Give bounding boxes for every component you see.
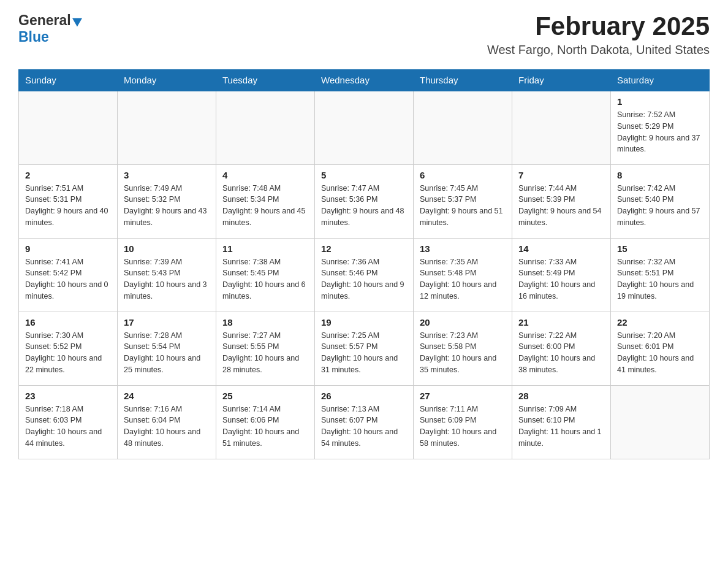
day-number: 28 <box>518 391 604 401</box>
day-info: Sunrise: 7:35 AMSunset: 5:48 PMDaylight:… <box>420 256 506 302</box>
calendar-cell: 15Sunrise: 7:32 AMSunset: 5:51 PMDayligh… <box>611 238 710 312</box>
day-number: 5 <box>321 170 407 180</box>
day-info: Sunrise: 7:18 AMSunset: 6:03 PMDaylight:… <box>25 404 111 450</box>
day-number: 7 <box>518 170 604 180</box>
logo: General Blue <box>18 12 83 45</box>
day-info: Sunrise: 7:48 AMSunset: 5:34 PMDaylight:… <box>222 183 308 229</box>
calendar-cell: 11Sunrise: 7:38 AMSunset: 5:45 PMDayligh… <box>216 238 315 312</box>
calendar-cell: 26Sunrise: 7:13 AMSunset: 6:07 PMDayligh… <box>315 385 414 459</box>
calendar-cell: 14Sunrise: 7:33 AMSunset: 5:49 PMDayligh… <box>512 238 611 312</box>
calendar-cell: 18Sunrise: 7:27 AMSunset: 5:55 PMDayligh… <box>216 312 315 385</box>
day-header-saturday: Saturday <box>611 70 710 91</box>
day-info: Sunrise: 7:52 AMSunset: 5:29 PMDaylight:… <box>617 109 703 155</box>
calendar-cell <box>512 91 611 164</box>
day-number: 27 <box>420 391 506 401</box>
calendar-cell <box>315 91 414 164</box>
day-info: Sunrise: 7:38 AMSunset: 5:45 PMDaylight:… <box>222 256 308 302</box>
day-info: Sunrise: 7:25 AMSunset: 5:57 PMDaylight:… <box>321 330 407 376</box>
day-info: Sunrise: 7:09 AMSunset: 6:10 PMDaylight:… <box>518 404 604 450</box>
week-row-1: 1Sunrise: 7:52 AMSunset: 5:29 PMDaylight… <box>19 91 710 164</box>
day-info: Sunrise: 7:36 AMSunset: 5:46 PMDaylight:… <box>321 256 407 302</box>
day-info: Sunrise: 7:14 AMSunset: 6:06 PMDaylight:… <box>222 404 308 450</box>
day-header-wednesday: Wednesday <box>315 70 414 91</box>
day-info: Sunrise: 7:51 AMSunset: 5:31 PMDaylight:… <box>25 183 111 229</box>
day-info: Sunrise: 7:42 AMSunset: 5:40 PMDaylight:… <box>617 183 703 229</box>
day-info: Sunrise: 7:39 AMSunset: 5:43 PMDaylight:… <box>124 256 210 302</box>
calendar-cell: 28Sunrise: 7:09 AMSunset: 6:10 PMDayligh… <box>512 385 611 459</box>
calendar-cell: 16Sunrise: 7:30 AMSunset: 5:52 PMDayligh… <box>19 312 118 385</box>
calendar-cell: 10Sunrise: 7:39 AMSunset: 5:43 PMDayligh… <box>118 238 216 312</box>
week-row-3: 9Sunrise: 7:41 AMSunset: 5:42 PMDaylight… <box>19 238 710 312</box>
day-header-monday: Monday <box>118 70 216 91</box>
day-header-tuesday: Tuesday <box>216 70 315 91</box>
day-info: Sunrise: 7:41 AMSunset: 5:42 PMDaylight:… <box>25 256 111 302</box>
day-info: Sunrise: 7:30 AMSunset: 5:52 PMDaylight:… <box>25 330 111 376</box>
day-info: Sunrise: 7:32 AMSunset: 5:51 PMDaylight:… <box>617 256 703 302</box>
calendar-header-row: SundayMondayTuesdayWednesdayThursdayFrid… <box>19 70 710 91</box>
day-number: 18 <box>222 317 308 327</box>
day-info: Sunrise: 7:27 AMSunset: 5:55 PMDaylight:… <box>222 330 308 376</box>
calendar-cell <box>611 385 710 459</box>
calendar-title: February 2025 <box>487 12 710 40</box>
day-number: 2 <box>25 170 111 180</box>
day-number: 22 <box>617 317 703 327</box>
calendar-cell: 7Sunrise: 7:44 AMSunset: 5:39 PMDaylight… <box>512 164 611 238</box>
calendar-cell: 3Sunrise: 7:49 AMSunset: 5:32 PMDaylight… <box>118 164 216 238</box>
day-number: 19 <box>321 317 407 327</box>
page-header: General Blue February 2025 West Fargo, N… <box>18 12 710 57</box>
calendar-cell: 22Sunrise: 7:20 AMSunset: 6:01 PMDayligh… <box>611 312 710 385</box>
day-number: 9 <box>25 243 111 254</box>
day-number: 13 <box>420 243 506 254</box>
calendar-cell <box>118 91 216 164</box>
calendar-cell: 19Sunrise: 7:25 AMSunset: 5:57 PMDayligh… <box>315 312 414 385</box>
day-info: Sunrise: 7:44 AMSunset: 5:39 PMDaylight:… <box>518 183 604 229</box>
day-number: 6 <box>420 170 506 180</box>
day-info: Sunrise: 7:13 AMSunset: 6:07 PMDaylight:… <box>321 404 407 450</box>
day-info: Sunrise: 7:22 AMSunset: 6:00 PMDaylight:… <box>518 330 604 376</box>
calendar-cell: 12Sunrise: 7:36 AMSunset: 5:46 PMDayligh… <box>315 238 414 312</box>
calendar-cell: 5Sunrise: 7:47 AMSunset: 5:36 PMDaylight… <box>315 164 414 238</box>
day-info: Sunrise: 7:23 AMSunset: 5:58 PMDaylight:… <box>420 330 506 376</box>
day-number: 4 <box>222 170 308 180</box>
calendar-cell <box>216 91 315 164</box>
day-number: 16 <box>25 317 111 327</box>
week-row-2: 2Sunrise: 7:51 AMSunset: 5:31 PMDaylight… <box>19 164 710 238</box>
day-number: 21 <box>518 317 604 327</box>
day-header-thursday: Thursday <box>414 70 512 91</box>
calendar-cell: 13Sunrise: 7:35 AMSunset: 5:48 PMDayligh… <box>414 238 512 312</box>
week-row-5: 23Sunrise: 7:18 AMSunset: 6:03 PMDayligh… <box>19 385 710 459</box>
logo-arrow-icon <box>72 13 85 26</box>
calendar-cell: 17Sunrise: 7:28 AMSunset: 5:54 PMDayligh… <box>118 312 216 385</box>
day-number: 14 <box>518 243 604 254</box>
calendar-cell <box>414 91 512 164</box>
day-header-sunday: Sunday <box>19 70 118 91</box>
day-number: 25 <box>222 391 308 401</box>
day-number: 26 <box>321 391 407 401</box>
title-section: February 2025 West Fargo, North Dakota, … <box>487 12 710 57</box>
calendar-cell: 24Sunrise: 7:16 AMSunset: 6:04 PMDayligh… <box>118 385 216 459</box>
day-number: 23 <box>25 391 111 401</box>
day-number: 15 <box>617 243 703 254</box>
calendar-cell: 6Sunrise: 7:45 AMSunset: 5:37 PMDaylight… <box>414 164 512 238</box>
calendar-cell <box>19 91 118 164</box>
day-number: 20 <box>420 317 506 327</box>
day-info: Sunrise: 7:28 AMSunset: 5:54 PMDaylight:… <box>124 330 210 376</box>
calendar-cell: 1Sunrise: 7:52 AMSunset: 5:29 PMDaylight… <box>611 91 710 164</box>
day-info: Sunrise: 7:20 AMSunset: 6:01 PMDaylight:… <box>617 330 703 376</box>
day-number: 1 <box>617 96 703 107</box>
calendar-cell: 2Sunrise: 7:51 AMSunset: 5:31 PMDaylight… <box>19 164 118 238</box>
day-info: Sunrise: 7:11 AMSunset: 6:09 PMDaylight:… <box>420 404 506 450</box>
calendar-cell: 20Sunrise: 7:23 AMSunset: 5:58 PMDayligh… <box>414 312 512 385</box>
calendar-cell: 4Sunrise: 7:48 AMSunset: 5:34 PMDaylight… <box>216 164 315 238</box>
day-number: 12 <box>321 243 407 254</box>
calendar-table: SundayMondayTuesdayWednesdayThursdayFrid… <box>18 69 710 459</box>
calendar-cell: 25Sunrise: 7:14 AMSunset: 6:06 PMDayligh… <box>216 385 315 459</box>
day-number: 11 <box>222 243 308 254</box>
logo-general-text: General <box>18 12 71 29</box>
week-row-4: 16Sunrise: 7:30 AMSunset: 5:52 PMDayligh… <box>19 312 710 385</box>
day-number: 17 <box>124 317 210 327</box>
logo-blue-text: Blue <box>18 29 49 45</box>
day-number: 8 <box>617 170 703 180</box>
day-info: Sunrise: 7:47 AMSunset: 5:36 PMDaylight:… <box>321 183 407 229</box>
calendar-cell: 9Sunrise: 7:41 AMSunset: 5:42 PMDaylight… <box>19 238 118 312</box>
